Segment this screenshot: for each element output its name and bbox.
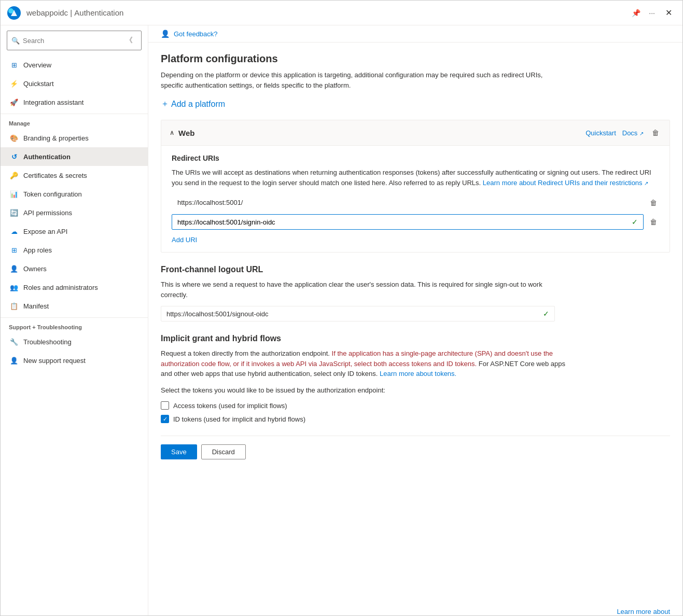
sidebar-label-token: Token configuration — [23, 190, 82, 198]
url-check-icon: ✓ — [543, 310, 549, 318]
window-title: webappoidc | Authentication — [26, 8, 630, 17]
sidebar-label-branding: Branding & properties — [23, 134, 89, 142]
docs-link[interactable]: Docs ↗ — [622, 129, 644, 137]
uri-input-2[interactable]: ✓ — [172, 214, 644, 230]
svg-point-1 — [8, 8, 13, 13]
lightning-icon: ⚡ — [9, 78, 19, 89]
access-tokens-checkbox[interactable]: Access tokens (used for implicit flows) — [161, 401, 670, 410]
check-icon: ✓ — [632, 218, 638, 226]
front-channel-desc: This is where we send a request to have … — [161, 279, 565, 300]
web-section-body: Redirect URIs The URIs we will accept as… — [161, 146, 670, 252]
learn-more-tokens-link[interactable]: Learn more about tokens. — [380, 370, 456, 377]
sidebar-item-troubleshooting[interactable]: 🔧 Troubleshooting — [1, 332, 148, 351]
wrench-icon: 🔧 — [9, 337, 19, 347]
chevron-up-icon[interactable]: ∧ — [170, 129, 174, 136]
api-icon: 🔄 — [9, 207, 19, 218]
uri-delete-button-2[interactable]: 🗑 — [648, 216, 659, 228]
external-link-icon-2: ↗ — [644, 180, 648, 186]
web-section-delete-button[interactable]: 🗑 — [650, 127, 661, 139]
sidebar-label-troubleshooting: Troubleshooting — [23, 338, 72, 346]
page-description: Depending on the platform or device this… — [161, 70, 565, 90]
learn-more-area: Learn more about — [148, 608, 682, 615]
add-platform-button[interactable]: ＋ Add a platform — [161, 99, 670, 109]
implicit-grant-section: Implicit grant and hybrid flows Request … — [161, 334, 670, 423]
sidebar-label-api: API permissions — [23, 209, 72, 217]
sidebar-label-certs: Certificates & secrets — [23, 172, 87, 179]
implicit-grant-desc: Request a token directly from the author… — [161, 348, 565, 379]
token-checkboxes: Access tokens (used for implicit flows) … — [161, 401, 670, 423]
sidebar-label-quickstart: Quickstart — [23, 80, 54, 88]
uri-row-2: ✓ 🗑 — [172, 214, 659, 230]
discard-button[interactable]: Discard — [201, 444, 246, 459]
front-channel-section: Front-channel logout URL This is where w… — [161, 265, 670, 321]
sidebar-item-support[interactable]: 👤 New support request — [1, 351, 148, 370]
sidebar-item-overview[interactable]: ⊞ Overview — [1, 55, 148, 74]
sidebar-item-app-roles[interactable]: ⊞ App roles — [1, 241, 148, 259]
sidebar-label-owners: Owners — [23, 265, 47, 273]
sidebar-nav: ⊞ Overview ⚡ Quickstart 🚀 Integration as… — [1, 55, 148, 605]
pin-icon[interactable]: 📌 — [630, 7, 643, 19]
id-tokens-checkbox[interactable]: ✓ ID tokens (used for implicit and hybri… — [161, 415, 670, 423]
uri-field-2[interactable] — [177, 218, 628, 226]
more-icon[interactable]: ··· — [647, 7, 657, 19]
manage-section-header: Manage — [1, 114, 148, 129]
owners-icon: 👤 — [9, 263, 19, 274]
add-uri-link[interactable]: Add URI — [172, 236, 197, 244]
approles-icon: ⊞ — [9, 245, 19, 255]
sidebar-label-manifest: Manifest — [23, 302, 49, 310]
sidebar-item-expose-api[interactable]: ☁ Expose an API — [1, 222, 148, 241]
expose-icon: ☁ — [9, 226, 19, 236]
sidebar-label-roles: Roles and administrators — [23, 284, 98, 291]
sidebar-item-manifest[interactable]: 📋 Manifest — [1, 297, 148, 315]
add-platform-label: Add a platform — [171, 100, 225, 109]
search-area: 🔍 《 — [1, 25, 148, 55]
sidebar-item-owners[interactable]: 👤 Owners — [1, 259, 148, 278]
select-tokens-label: Select the tokens you would like to be i… — [161, 385, 565, 396]
feedback-bar: 👤 Got feedback? — [148, 25, 682, 43]
sidebar-item-integration[interactable]: 🚀 Integration assistant — [1, 93, 148, 111]
save-button[interactable]: Save — [161, 444, 197, 459]
sidebar-label-expose: Expose an API — [23, 228, 67, 235]
sidebar-label-integration: Integration assistant — [23, 99, 83, 106]
sidebar-item-authentication[interactable]: ↺ Authentication — [1, 147, 148, 166]
collapse-icon[interactable]: 《 — [121, 34, 137, 47]
uri-row-1: https://localhost:5001/ 🗑 — [172, 195, 659, 210]
main-content: 👤 Got feedback? Platform configurations … — [148, 25, 682, 615]
id-tokens-checkbox-box[interactable]: ✓ — [161, 415, 169, 423]
page-title: Platform configurations — [161, 53, 670, 65]
uri-text-1: https://localhost:5001/ — [172, 195, 644, 210]
uri-delete-button-1[interactable]: 🗑 — [648, 197, 659, 209]
front-channel-url: https://localhost:5001/signout-oidc — [166, 310, 543, 318]
sidebar-label-support: New support request — [23, 357, 86, 365]
branding-icon: 🎨 — [9, 133, 19, 143]
feedback-link[interactable]: Got feedback? — [174, 30, 218, 38]
learn-more-link[interactable]: Learn more about — [617, 608, 670, 615]
sidebar-item-branding[interactable]: 🎨 Branding & properties — [1, 129, 148, 147]
manifest-icon: 📋 — [9, 301, 19, 311]
sidebar-item-api-permissions[interactable]: 🔄 API permissions — [1, 203, 148, 222]
plus-icon: ＋ — [161, 99, 169, 109]
support-icon: 👤 — [9, 355, 19, 366]
sidebar-item-quickstart[interactable]: ⚡ Quickstart — [1, 74, 148, 93]
sidebar-item-certs[interactable]: 🔑 Certificates & secrets — [1, 166, 148, 185]
sidebar-item-roles-admins[interactable]: 👥 Roles and administrators — [1, 278, 148, 297]
access-tokens-label: Access tokens (used for implicit flows) — [173, 402, 287, 410]
action-buttons: Save Discard — [161, 444, 670, 459]
search-input[interactable] — [23, 37, 121, 45]
auth-icon: ↺ — [9, 151, 19, 162]
sidebar-label-overview: Overview — [23, 61, 51, 69]
external-link-icon: ↗ — [639, 131, 644, 136]
support-section-header: Support + Troubleshooting — [1, 317, 148, 332]
redirect-uris-learn-more-link[interactable]: Learn more about Redirect URIs and their… — [483, 179, 648, 187]
sidebar-label-approles: App roles — [23, 246, 52, 254]
front-channel-url-field[interactable]: https://localhost:5001/signout-oidc ✓ — [161, 306, 555, 321]
close-button[interactable]: ✕ — [661, 6, 676, 20]
web-section-title: ∧ Web — [170, 129, 586, 137]
sidebar-item-token[interactable]: 📊 Token configuration — [1, 185, 148, 203]
redirect-uris-desc: The URIs we will accept as destinations … — [172, 167, 659, 188]
front-channel-title: Front-channel logout URL — [161, 265, 670, 274]
id-tokens-check-icon: ✓ — [163, 416, 168, 423]
access-tokens-checkbox-box[interactable] — [161, 401, 169, 410]
quickstart-link[interactable]: Quickstart — [586, 129, 616, 137]
grid-icon: ⊞ — [9, 60, 19, 70]
